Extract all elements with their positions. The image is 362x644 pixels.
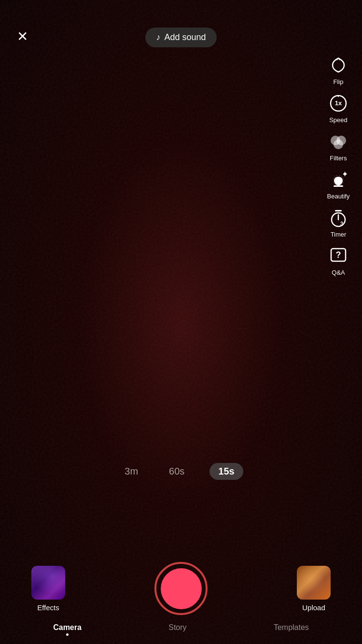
qa-label: Q&A (332, 269, 345, 276)
add-sound-label: Add sound (164, 32, 206, 42)
svg-rect-11 (335, 210, 342, 211)
timer-icon: 3 (329, 208, 348, 227)
nav-camera-dot (66, 633, 69, 636)
speed-label: Speed (329, 116, 348, 124)
svg-text:3: 3 (340, 221, 343, 226)
upload-label: Upload (302, 603, 325, 612)
close-icon: ✕ (17, 30, 28, 43)
filters-button[interactable]: Filters (321, 129, 355, 162)
camera-screen: ✕ ♪ Add sound Flip (0, 0, 362, 644)
beautify-button[interactable]: + ✦ Beautify (321, 168, 355, 200)
right-toolbar: Flip 1x Speed Filters (321, 53, 355, 280)
filters-label: Filters (330, 154, 347, 162)
svg-text:?: ? (336, 250, 341, 260)
record-outer-ring (154, 562, 208, 615)
flip-icon (329, 56, 348, 75)
svg-text:1x: 1x (335, 99, 342, 107)
flip-label: Flip (334, 78, 344, 85)
effects-button[interactable]: Effects (24, 566, 72, 612)
record-button[interactable] (154, 562, 208, 615)
svg-text:✦: ✦ (342, 170, 348, 178)
music-icon: ♪ (156, 32, 160, 42)
close-button[interactable]: ✕ (12, 26, 33, 47)
svg-point-4 (334, 140, 343, 149)
bottom-controls: Effects Upload (0, 562, 362, 615)
filters-icon-wrap (326, 129, 350, 154)
nav-templates[interactable]: Templates (264, 623, 319, 636)
duration-15s[interactable]: 15s (209, 463, 243, 480)
qa-button[interactable]: ? Q&A (321, 244, 355, 276)
timer-icon-wrap: 3 (326, 206, 350, 230)
timer-button[interactable]: 3 Timer (321, 206, 355, 238)
add-sound-button[interactable]: ♪ Add sound (145, 28, 216, 47)
flip-button[interactable]: Flip (321, 53, 355, 85)
svg-rect-9 (334, 185, 343, 187)
speed-icon: 1x (329, 94, 348, 113)
top-bar: ✕ ♪ Add sound (0, 0, 362, 53)
nav-camera-label: Camera (53, 623, 82, 632)
qa-icon-wrap: ? (326, 244, 350, 268)
duration-3m[interactable]: 3m (119, 463, 144, 480)
upload-button[interactable]: Upload (290, 566, 338, 612)
duration-selector: 3m 60s 15s (0, 463, 362, 480)
nav-story-label: Story (168, 623, 186, 632)
flip-icon-wrap (326, 53, 350, 77)
beautify-icon-wrap: + ✦ (326, 168, 350, 192)
record-inner-circle (161, 568, 202, 609)
qa-icon: ? (329, 246, 348, 266)
bottom-nav: Camera Story Templates (0, 615, 362, 644)
speed-button[interactable]: 1x Speed (321, 91, 355, 124)
filters-icon (329, 132, 348, 151)
duration-60s[interactable]: 60s (163, 463, 190, 480)
nav-camera[interactable]: Camera (43, 623, 91, 636)
effects-thumbnail (31, 566, 65, 600)
beautify-icon: + ✦ (329, 170, 348, 189)
upload-thumbnail (297, 566, 331, 600)
beautify-label: Beautify (327, 193, 350, 200)
nav-story[interactable]: Story (159, 623, 196, 636)
nav-templates-label: Templates (274, 623, 309, 632)
speed-icon-wrap: 1x (326, 91, 350, 115)
timer-label: Timer (331, 231, 347, 238)
effects-label: Effects (37, 603, 59, 612)
